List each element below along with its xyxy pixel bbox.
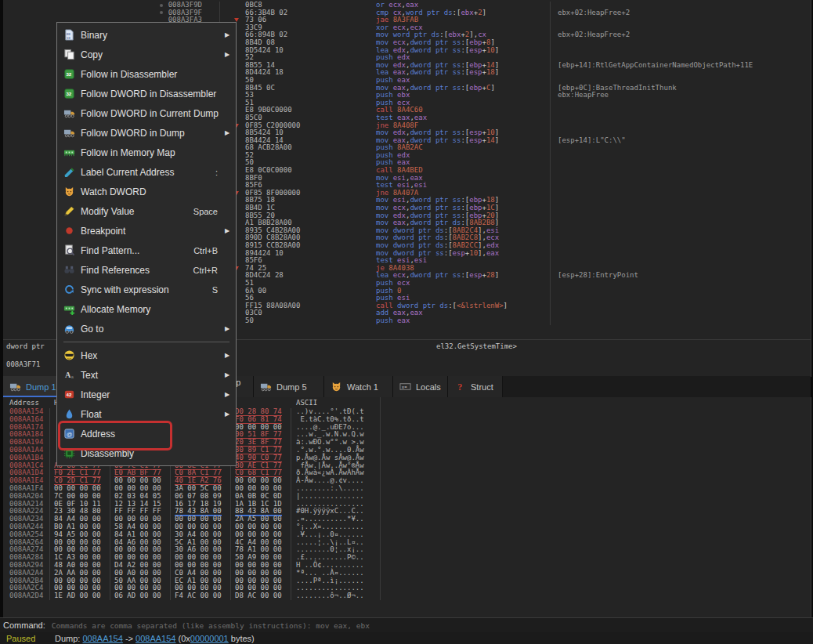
menu-item-integer[interactable]: 42Integer▶ (57, 385, 236, 404)
debugger-window: 008A3F9D0BC8or ecx,eax008A3F9F66:3B4B 02… (0, 0, 813, 644)
current-address: 008A3F71 (6, 360, 40, 368)
menu-item-go-to[interactable]: Go to▶ (57, 319, 236, 338)
menu-item-label: Text (81, 370, 225, 381)
disasm-comment (551, 288, 811, 295)
menu-item-label: Copy (81, 49, 225, 60)
menu-item-follow-in-disassembler[interactable]: 32Follow in Disassembler (57, 64, 236, 84)
submenu-arrow-icon: ▶ (225, 325, 236, 332)
text-icon: Aa (63, 369, 75, 381)
disasm-comment (551, 182, 811, 190)
submenu-arrow-icon: ▶ (225, 411, 236, 418)
menu-separator (63, 342, 229, 342)
dump-hex-group: 1E AD 00 00 (50, 592, 110, 600)
menu-item-label: Go to (81, 324, 225, 335)
status-bar: Paused Dump: 008AA154 -> 008AA154 (0x000… (0, 632, 813, 644)
menu-item-shortcut: Space (193, 207, 218, 216)
dump-ascii: ........ô¬..Ø¬.. (291, 592, 380, 600)
menu-item-modify-value[interactable]: Modify ValueSpace (57, 201, 236, 221)
submenu-arrow-icon: ▶ (225, 31, 236, 38)
command-bar: Command: (0, 617, 813, 632)
menu-item-text[interactable]: AaText▶ (57, 365, 236, 385)
menu-item-watch-dword[interactable]: Watch DWORD (57, 182, 236, 201)
disasm-bytes: 68 ACB28A00 (245, 144, 376, 152)
disasm-comment (551, 302, 811, 310)
disasm-comment (551, 114, 811, 122)
disasm-bytes: 53 (245, 92, 376, 99)
status-text: -> (123, 634, 136, 643)
disasm-comment (551, 257, 811, 265)
dump-address: 008AA2D4 (5, 592, 50, 600)
goto-icon (63, 323, 75, 335)
menu-item-follow-dword-in-disassembler[interactable]: 32Follow DWORD in Disassembler (57, 84, 236, 103)
menu-item-binary[interactable]: 0010Binary▶ (57, 25, 236, 45)
disasm-comment (551, 280, 811, 288)
menu-item-find-pattern[interactable]: Find Pattern...Ctrl+B (57, 241, 236, 260)
address-icon: @ (63, 428, 75, 440)
dump-hex-group: 06 AD 00 00 (110, 592, 171, 600)
breakpoint-dot-icon (160, 11, 163, 14)
menu-item-label: Float (81, 409, 225, 420)
menu-item-allocate-memory[interactable]: Allocate Memory (57, 299, 236, 319)
command-label: Command: (3, 620, 45, 630)
disasm-comment (551, 309, 811, 317)
jump-indicator (220, 2, 245, 9)
svg-text:32: 32 (66, 91, 71, 96)
tab-struct[interactable]: ?Struct (448, 376, 503, 397)
menu-item-label-current-address[interactable]: Label Current Address: (57, 162, 236, 182)
disasm-instruction: push eax (376, 317, 551, 325)
cat-icon (63, 186, 75, 197)
svg-text:10: 10 (66, 36, 70, 40)
dump-row[interactable]: 008AA2D41E AD 00 0006 AD 00 00F4 AC 00 0… (5, 592, 380, 600)
disasm-comment (551, 39, 811, 47)
status-dump-info: Dump: 008AA154 -> 008AA154 (0x00000001 b… (55, 634, 255, 643)
disasm-comment (551, 212, 811, 220)
tab-locals[interactable]: x=Locals (393, 376, 448, 397)
menu-item-label: Follow DWORD in Dump (81, 128, 225, 139)
status-address-link[interactable]: 008AA154 (82, 634, 122, 643)
menu-item-copy[interactable]: Copy▶ (57, 45, 236, 64)
menu-item-shortcut: S (212, 285, 218, 295)
menu-item-follow-dword-in-dump[interactable]: Follow DWORD in Dump▶ (57, 123, 236, 143)
status-address-link[interactable]: 00000001 (190, 634, 229, 643)
menu-item-sync-with-expression[interactable]: Sync with expressionS (57, 280, 236, 299)
disasm-comment (551, 107, 811, 114)
status-address-link[interactable]: 008AA154 (136, 634, 175, 643)
submenu-arrow-icon: ▶ (225, 371, 236, 378)
tab-label: Dump 5 (276, 382, 307, 392)
dump-header-address: Address (9, 399, 39, 407)
menu-item-label: Binary (81, 30, 225, 41)
menu-item-label: Sync with expression (81, 284, 212, 295)
svg-text:?: ? (457, 382, 462, 393)
menu-item-float[interactable]: Float▶ (57, 404, 236, 424)
find-pattern-icon (63, 244, 75, 256)
command-input[interactable] (50, 620, 813, 631)
menu-item-find-references[interactable]: Find ReferencesCtrl+R (57, 260, 236, 280)
tab-watch-1[interactable]: Watch 1 (324, 376, 393, 397)
disasm-comment (551, 159, 811, 167)
allocate-memory-icon (63, 303, 75, 315)
menu-item-label: Integer (81, 389, 225, 400)
disasm-bytes: E8 9B0C0000 (245, 107, 376, 114)
menu-item-address[interactable]: @Address (57, 424, 236, 443)
status-state: Paused (6, 634, 55, 643)
menu-item-follow-dword-in-current-dump[interactable]: Follow DWORD in Current Dump (57, 103, 236, 123)
svg-text:32: 32 (66, 71, 71, 77)
disasm-comment (551, 152, 811, 160)
menu-item-breakpoint[interactable]: Breakpoint▶ (57, 221, 236, 241)
menu-item-follow-in-memory-map[interactable]: Follow in Memory Map (57, 143, 236, 162)
disasm-comment: ebx+02:HeapFree+2 (551, 9, 811, 17)
disasm-comment: [esp+14]:L"C:\\" (551, 137, 811, 145)
menu-item-label: Follow DWORD in Current Dump (81, 108, 225, 119)
disasm-comment (551, 16, 811, 24)
menu-item-hex[interactable]: Hex▶ (57, 346, 236, 365)
menu-item-disassembly[interactable]: Disassembly (57, 443, 236, 463)
tab-dump-5[interactable]: Dump 5 (254, 376, 324, 397)
disasm-bytes: 6A 00 (245, 288, 376, 295)
disasm-comment (551, 122, 811, 130)
menu-item-label: Disassembly (81, 448, 225, 459)
disasm-comment (551, 197, 811, 204)
dump-truck-icon (260, 381, 272, 393)
binary-icon: 0010 (63, 29, 75, 41)
disasm-bytes: 52 (245, 152, 376, 160)
menu-item-label: Follow in Memory Map (81, 147, 225, 158)
